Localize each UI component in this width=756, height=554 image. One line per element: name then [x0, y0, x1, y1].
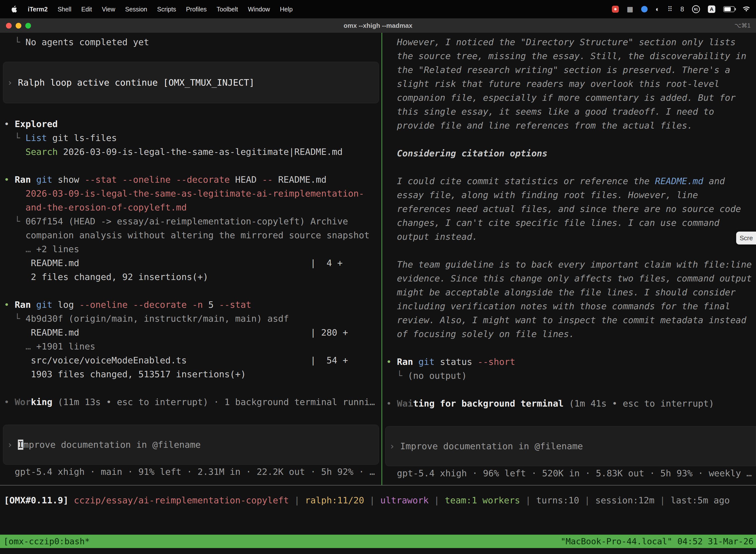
menu-item-toolbelt[interactable]: Toolbelt: [216, 6, 238, 13]
menubar-status-icons: ▦ ◐ ⠿ 8 61 A: [612, 5, 750, 13]
terminal-line: • Ran git show --stat --oneline --decora…: [4, 173, 381, 187]
menu-item-edit[interactable]: Edit: [81, 6, 92, 13]
terminal-line: README.md | 4 +: [4, 256, 381, 270]
terminal-line: might be acceptable alongside the file l…: [386, 285, 756, 299]
pane-status-right: gpt-5.4 xhigh · 96% left · 520K in · 5.8…: [382, 466, 756, 480]
terminal-line: gpt-5.4 xhigh · 96% left · 520K in · 5.8…: [386, 466, 756, 480]
close-button[interactable]: [6, 23, 12, 29]
prompt-input-left[interactable]: › Improve documentation in @filename: [3, 425, 379, 465]
menu-item-iterm2[interactable]: iTerm2: [28, 6, 48, 13]
terminal-line: … +2 lines: [4, 242, 381, 256]
screen-overlay-button[interactable]: Scre: [736, 232, 756, 244]
terminal-line: I could cite commit statistics or refere…: [386, 174, 756, 188]
menu-items: iTerm2ShellEditViewSessionScriptsProfile…: [28, 6, 293, 13]
terminal-line: [386, 341, 756, 355]
terminal-line: [386, 160, 756, 174]
terminal-line: 1903 files changed, 513517 insertions(+): [4, 367, 381, 381]
window-title-bar: omx --xhigh --madmax ⌥⌘1: [0, 18, 756, 33]
menu-item-session[interactable]: Session: [125, 6, 147, 13]
terminal-line: [4, 381, 381, 395]
grid-icon[interactable]: ▦: [627, 5, 633, 13]
terminal-line: └ 067f154 (HEAD -> essay/ai-reimplementa…: [4, 214, 381, 228]
terminal-line: Considering citation options: [386, 147, 756, 160]
keyboard-layout-icon[interactable]: 8: [680, 5, 684, 13]
terminal-line: [386, 383, 756, 397]
menu-item-shell[interactable]: Shell: [58, 6, 71, 13]
gauge-icon[interactable]: 61: [692, 5, 700, 13]
terminal-line: of focusing solely on file lines.: [386, 327, 756, 341]
terminal-line: slight risk that future readers may over…: [386, 77, 756, 91]
terminal-line: However, I noticed the "Directory Struct…: [386, 35, 756, 49]
status-separator: [0, 485, 756, 486]
terminal-line: └ (no output): [386, 369, 756, 383]
screen: iTerm2ShellEditViewSessionScriptsProfile…: [0, 0, 756, 554]
terminal-line: changes, I can't cite specific file line…: [386, 216, 756, 230]
terminal-line: src/voice/voiceModeEnabled.ts | 54 +: [4, 353, 381, 367]
terminal-line: • Working (11m 13s • esc to interrupt) ·…: [4, 395, 381, 409]
tmux-session-label: [omx-cczip0:bash*: [3, 536, 90, 546]
blue-app-icon[interactable]: [641, 6, 648, 12]
apple-logo-icon[interactable]: [11, 5, 18, 13]
tmux-status-bar: [omx-cczip0:bash* "MacBook-Pro-44.local"…: [0, 535, 756, 548]
zoom-button[interactable]: [25, 23, 31, 29]
terminal-line: and-the-erosion-of-copyleft.md: [4, 201, 381, 214]
terminal: └ No agents completed yet › Ralph loop a…: [0, 33, 756, 554]
terminal-line: • Ran git log --oneline --decorate -n 5 …: [4, 298, 381, 312]
terminal-line: provide file and line references from th…: [386, 119, 756, 132]
prompt-input-right[interactable]: › Improve documentation in @filename: [385, 426, 756, 466]
right-pane-lines: However, I noticed the "Directory Struct…: [382, 35, 756, 410]
terminal-line: review. Also, I might want to inspect th…: [386, 313, 756, 327]
terminal-line: • Explored: [4, 117, 381, 131]
terminal-line: └ No agents completed yet: [4, 35, 381, 49]
terminal-line: including verification notes with those …: [386, 299, 756, 313]
wifi-icon[interactable]: [743, 6, 750, 12]
tmux-host-label: "MacBook-Pro-44.local" 04:52 31-Mar-26: [561, 536, 754, 546]
macos-menu-bar: iTerm2ShellEditViewSessionScriptsProfile…: [0, 0, 756, 18]
terminal-line: › Ralph loop active continue [OMX_TMUX_I…: [7, 76, 254, 90]
terminal-line: gpt-5.4 xhigh · main · 91% left · 2.31M …: [4, 465, 381, 479]
terminal-line: • Waiting for background terminal (1m 41…: [386, 397, 756, 410]
menu-item-window[interactable]: Window: [248, 6, 270, 13]
window-shortcut: ⌥⌘1: [735, 22, 751, 29]
terminal-line: the "Related research writing" section i…: [386, 63, 756, 77]
terminal-line: output instead.: [386, 230, 756, 244]
left-pane-lines: • Explored └ List git ls-files Search 20…: [0, 103, 381, 409]
menu-item-profiles[interactable]: Profiles: [186, 6, 207, 13]
terminal-line: [4, 284, 381, 298]
menu-item-view[interactable]: View: [102, 6, 115, 13]
pane-status-left: gpt-5.4 xhigh · main · 91% left · 2.31M …: [0, 465, 381, 479]
terminal-line: The team guideline is to back every impo…: [386, 258, 756, 272]
menu-item-help[interactable]: Help: [280, 6, 293, 13]
terminal-line: [386, 132, 756, 147]
terminal-line: [4, 103, 381, 117]
contrast-icon[interactable]: ◐: [655, 5, 659, 13]
terminal-line: └ List git ls-files: [4, 131, 381, 145]
minimize-button[interactable]: [16, 23, 21, 29]
terminal-line: [386, 244, 756, 258]
terminal-line: this single essay, it seems like a good …: [386, 105, 756, 119]
left-pane-lines-top: └ No agents completed yet: [0, 35, 381, 49]
terminal-line: README.md | 280 +: [4, 326, 381, 340]
terminal-line: 2026-03-09-is-legal-the-same-as-legitima…: [4, 187, 381, 201]
terminal-line: essay file, along with finding root file…: [386, 188, 756, 202]
terminal-line: 2 files changed, 92 insertions(+): [4, 270, 381, 284]
battery-icon[interactable]: [723, 6, 735, 12]
screen-recording-icon[interactable]: [612, 6, 619, 13]
terminal-line: Search 2026-03-09-is-legal-the-same-as-l…: [4, 145, 381, 159]
left-pane[interactable]: └ No agents completed yet › Ralph loop a…: [0, 33, 381, 485]
dots-grid-icon[interactable]: ⠿: [668, 5, 673, 13]
omx-status-bar: [OMX#0.11.9] cczip/essay/ai-reimplementa…: [0, 493, 756, 507]
terminal-line: evidence. Since this change only affects…: [386, 272, 756, 285]
right-pane[interactable]: However, I noticed the "Directory Struct…: [382, 33, 756, 485]
inject-banner: › Ralph loop active continue [OMX_TMUX_I…: [3, 62, 379, 103]
terminal-line: [4, 159, 381, 173]
terminal-line: companion analysis without altering the …: [4, 228, 381, 242]
menu-item-scripts[interactable]: Scripts: [157, 6, 176, 13]
window-title: omx --xhigh --madmax: [0, 22, 756, 30]
input-source-icon[interactable]: A: [708, 5, 715, 13]
terminal-line: references need actual files, and since …: [386, 202, 756, 216]
terminal-line: the source tree, missing the essay. Stil…: [386, 49, 756, 63]
terminal-line: … +1901 lines: [4, 340, 381, 353]
terminal-line: └ 4b9d30f (origin/main, instructkr/main,…: [4, 312, 381, 326]
terminal-line: › Improve documentation in @filename: [389, 439, 583, 453]
